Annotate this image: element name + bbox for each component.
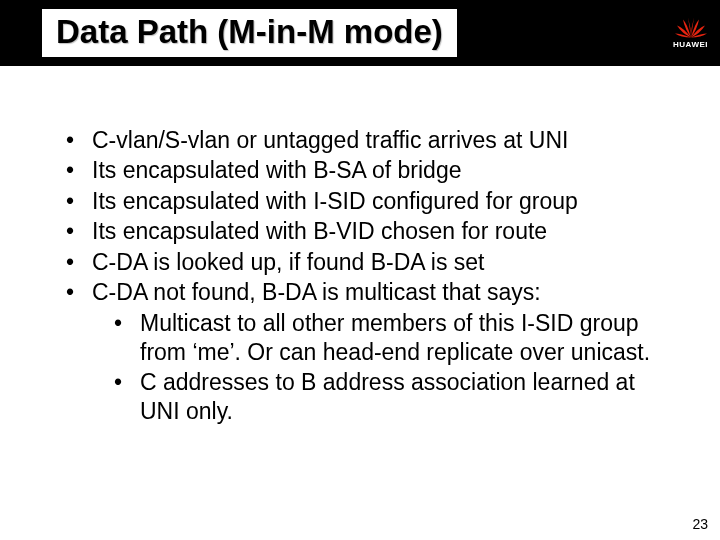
- bullet-text: C-vlan/S-vlan or untagged traffic arrive…: [92, 127, 568, 153]
- bullet-item: Its encapsulated with B-SA of bridge: [66, 156, 680, 185]
- bullet-item: Its encapsulated with B-VID chosen for r…: [66, 217, 680, 246]
- sub-bullet-text: Multicast to all other members of this I…: [140, 310, 650, 365]
- slide: Data Path (M-in-M mode) HUAWEI C-vlan/S-…: [0, 0, 720, 540]
- title-bar: Data Path (M-in-M mode) HUAWEI: [0, 0, 720, 66]
- bullet-list: C-vlan/S-vlan or untagged traffic arrive…: [66, 126, 680, 426]
- bullet-item: C-DA is looked up, if found B-DA is set: [66, 248, 680, 277]
- page-number: 23: [692, 516, 708, 532]
- slide-body: C-vlan/S-vlan or untagged traffic arrive…: [0, 66, 720, 426]
- bullet-text: C-DA not found, B-DA is multicast that s…: [92, 279, 541, 305]
- bullet-item: C-DA not found, B-DA is multicast that s…: [66, 278, 680, 426]
- bullet-item: Its encapsulated with I-SID configured f…: [66, 187, 680, 216]
- huawei-logo-text: HUAWEI: [673, 41, 708, 49]
- bullet-text: C-DA is looked up, if found B-DA is set: [92, 249, 484, 275]
- bullet-text: Its encapsulated with B-SA of bridge: [92, 157, 462, 183]
- sub-bullet-item: C addresses to B address association lea…: [114, 368, 680, 427]
- sub-bullet-list: Multicast to all other members of this I…: [114, 309, 680, 427]
- sub-bullet-text: C addresses to B address association lea…: [140, 369, 635, 424]
- huawei-logo: HUAWEI: [673, 18, 708, 49]
- bullet-text: Its encapsulated with I-SID configured f…: [92, 188, 578, 214]
- bullet-item: C-vlan/S-vlan or untagged traffic arrive…: [66, 126, 680, 155]
- huawei-logo-icon: [674, 18, 708, 40]
- slide-title: Data Path (M-in-M mode): [42, 9, 457, 57]
- sub-bullet-item: Multicast to all other members of this I…: [114, 309, 680, 368]
- bullet-text: Its encapsulated with B-VID chosen for r…: [92, 218, 547, 244]
